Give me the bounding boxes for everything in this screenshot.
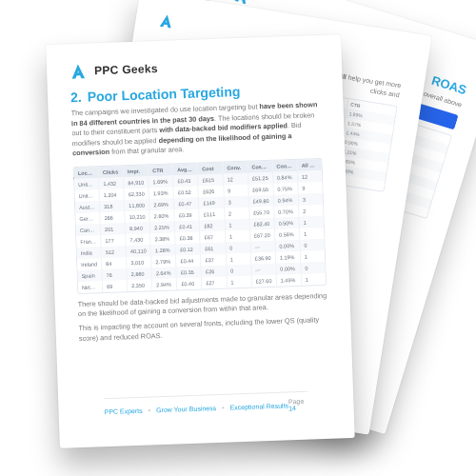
cell: £111	[200, 208, 225, 221]
brand-logo: PPC Geeks	[69, 54, 319, 80]
cell: 0.00%	[276, 263, 301, 275]
cell: £27	[202, 276, 227, 288]
cell: Canada	[76, 224, 101, 236]
cell: 69	[103, 280, 128, 292]
cell: Ireland	[77, 258, 102, 270]
cell: India	[77, 247, 102, 259]
cell: 286	[100, 211, 125, 224]
cell: 2.80%	[150, 209, 175, 222]
logo-a-icon	[69, 63, 88, 81]
cell: United Kingdom	[74, 178, 99, 190]
cell: £626	[199, 186, 224, 198]
cell: £69.55	[248, 184, 273, 196]
cell: 2.94%	[152, 278, 177, 290]
cell: 0.94%	[274, 194, 299, 207]
col-header: Cost	[198, 163, 223, 175]
col-header: Clicks	[99, 166, 124, 178]
cell: 0.70%	[274, 206, 299, 218]
cell: £67.20	[250, 229, 275, 242]
footer-link[interactable]: PPC Experts	[104, 407, 142, 414]
brand-name: PPC Geeks	[94, 62, 158, 77]
cell: £0.12	[176, 243, 201, 255]
cell: 0	[301, 262, 325, 274]
footer-link[interactable]: Exceptional Results	[229, 402, 288, 410]
cell: 177	[101, 234, 126, 247]
cell: 3	[224, 196, 248, 208]
col-header: All conv.	[297, 159, 321, 171]
cell: 1	[226, 230, 250, 243]
col-header: Location	[74, 167, 99, 179]
cell: —	[250, 241, 275, 253]
cell: £0.38	[175, 231, 200, 244]
section-title: Poor Location Targeting	[87, 84, 240, 105]
locations-table-wrap: ? LocationClicksImpr.CTRAvg. CPCCostConv…	[73, 158, 327, 294]
cell: 9	[298, 182, 322, 194]
col-header: Conv.	[223, 162, 248, 174]
footer-link[interactable]: Grow Your Business	[156, 405, 216, 413]
cell: 0.75%	[273, 183, 298, 195]
cell: 0.84%	[273, 171, 298, 184]
cell: 1	[225, 219, 249, 231]
cell: £0.40	[177, 277, 202, 289]
col-header: Conv. rate	[272, 160, 297, 172]
cell: £0.35	[177, 266, 202, 278]
cell: 10,210	[125, 210, 149, 223]
cell: 2.64%	[152, 267, 177, 279]
cell: 512	[102, 246, 127, 258]
cell: 8,940	[126, 222, 150, 234]
cell: 0	[227, 265, 251, 277]
cell: £49.80	[248, 195, 273, 208]
cell: 2,880	[128, 268, 152, 280]
cell: Netherlands	[78, 281, 103, 293]
cell: £82.40	[249, 218, 274, 230]
cell: £0.44	[176, 254, 201, 267]
page-number: Page 14	[288, 398, 308, 412]
cell: 1,432	[99, 177, 124, 189]
cell: 2.69%	[149, 198, 174, 210]
col-header: CTR	[149, 164, 173, 176]
cell: £149	[199, 197, 224, 209]
cell: 318	[100, 200, 125, 212]
cell: United States	[74, 189, 99, 202]
cell: Germany	[75, 212, 100, 225]
cell: 1.45%	[276, 274, 301, 287]
cell: 2.38%	[150, 232, 175, 245]
cell: 62,330	[125, 188, 149, 200]
cell: 0.50%	[274, 217, 299, 229]
cell: 1	[226, 253, 250, 266]
cell: £0.47	[174, 197, 199, 209]
cell: £0.41	[175, 220, 200, 232]
cell: £82	[200, 220, 225, 232]
cell: £615	[198, 174, 223, 187]
cell: France	[76, 235, 101, 248]
cell: 1.69%	[149, 175, 173, 188]
cell: £0.52	[174, 186, 199, 198]
cell: £36.90	[251, 252, 276, 265]
page-footer: PPC Experts • Grow Your Business • Excep…	[104, 391, 308, 418]
cell: £37	[201, 253, 226, 266]
cell: 2	[299, 205, 323, 217]
cell: 11,800	[125, 199, 149, 211]
cell: 1	[227, 276, 251, 288]
cell: £0.39	[175, 208, 200, 221]
cell: 0.00%	[275, 240, 300, 252]
cell: 1.93%	[149, 187, 174, 199]
dot-separator: •	[222, 404, 225, 410]
col-header: Avg. CPC	[173, 163, 198, 175]
cell: Spain	[77, 269, 102, 282]
cell: 1	[301, 250, 325, 263]
document-fan: ROAS …perform overall above CampaignCost…	[0, 0, 476, 476]
cell: 40,110	[127, 245, 151, 257]
cell: 3	[299, 193, 323, 206]
cell: 7,430	[126, 233, 150, 246]
cell: 2	[225, 208, 249, 220]
cell: £61	[201, 242, 226, 254]
intro-paragraph: The campaigns we investigated do use loc…	[70, 100, 322, 159]
cell: £0.43	[173, 174, 198, 187]
logo-a-icon	[158, 12, 175, 30]
cell: 84,910	[124, 176, 149, 188]
cell: £26	[202, 265, 227, 277]
cell: £67	[201, 230, 226, 243]
dot-separator: •	[149, 407, 151, 413]
cell: Australia	[75, 201, 100, 213]
